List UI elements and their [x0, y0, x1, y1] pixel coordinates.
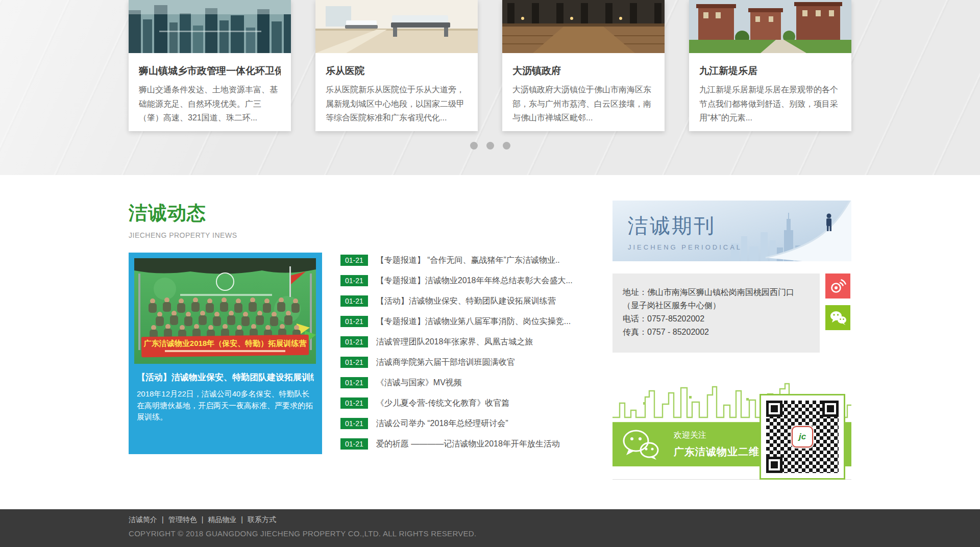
project-card-body: 大沥镇政府 大沥镇政府大沥镇位于佛山市南海区东部，东与广州市荔湾、白云区接壤，南… [502, 53, 665, 126]
wechat-qr-section: 欢迎关注 广东洁诚物业二维码 jc [612, 376, 851, 480]
footer-link-properties[interactable]: 精品物业 [208, 515, 236, 524]
photo-banner-text: 广东洁诚物业2018年（保安、特勤）拓展训练营 [143, 339, 307, 348]
news-item-title[interactable]: 《少儿夏令营-传统文化教育》收官篇 [376, 398, 509, 409]
news-list-item[interactable]: 01-21 洁诚商学院第六届干部培训班圆满收官 [340, 352, 596, 372]
project-card-image [129, 0, 291, 53]
news-item-title[interactable]: 【专题报道】 “合作无间、赢战猪年”广东洁诚物业.. [376, 255, 560, 266]
news-item-title[interactable]: 【专题报道】洁诚物业2018年年终总结表彰大会盛大... [376, 276, 573, 286]
contact-row: 地址：佛山市南海区狮山镇松岗南国桃园西门口 （显子岗社区服务中心侧） 电话：07… [612, 274, 851, 353]
news-date-badge: 01-21 [340, 336, 368, 347]
news-date-badge: 01-21 [340, 295, 368, 307]
news-list-item[interactable]: 01-21 爱的祈愿 ————记洁诚物业2018年开年放生活动 [340, 434, 596, 454]
contact-info-box: 地址：佛山市南海区狮山镇松岗南国桃园西门口 （显子岗社区服务中心侧） 电话：07… [612, 274, 820, 353]
wechat-button[interactable] [825, 305, 850, 330]
news-item-title[interactable]: 洁诚管理团队2018年张家界、凤凰古城之旅 [376, 337, 533, 347]
news-date-badge: 01-21 [340, 255, 368, 266]
news-item-title[interactable]: 洁诚商学院第六届干部培训班圆满收官 [376, 357, 515, 368]
footer-copyright: COPYRIGHT © 2018 GUANGDONG JIECHENG PROP… [129, 529, 851, 538]
featured-news-summary: 2018年12月22日，洁诚公司40多名保安、特勤队长在高明塘伙基地，开启两天一… [137, 388, 314, 423]
footer: 洁诚简介|管理特色|精品物业|联系方式 COPYRIGHT © 2018 GUA… [0, 509, 980, 547]
news-item-title[interactable]: 【活动】洁诚物业保安、特勤团队建设拓展训练营 [376, 296, 556, 307]
news-list-item[interactable]: 01-21 《少儿夏令营-传统文化教育》收官篇 [340, 393, 596, 413]
featured-news-photo: 广东洁诚物业2018年（保安、特勤）拓展训练营 [134, 258, 316, 364]
project-card-description: 九江新堤乐居新堤乐居在景观带的各个节点我们都将做到舒适、别致，项目采用“林”的元… [699, 83, 841, 126]
wechat-follow-line1: 欢迎关注 [674, 430, 770, 441]
contact-address-line2: （显子岗社区服务中心侧） [623, 299, 810, 312]
news-list-item[interactable]: 01-21 【专题报道】洁诚物业第八届军事消防、岗位实操竞... [340, 311, 596, 332]
project-cards: 狮山镇城乡市政管理一体化环卫保洁 狮山交通条件发达、土地资源丰富、基础能源充足、… [129, 0, 851, 131]
qr-finder-pattern [766, 401, 782, 417]
news-list-item[interactable]: 01-21 《洁诚与国家》MV视频 [340, 372, 596, 393]
footer-link-contact[interactable]: 联系方式 [248, 515, 276, 524]
project-card-body: 九江新堤乐居 九江新堤乐居新堤乐居在景观带的各个节点我们都将做到舒适、别致，项目… [689, 53, 851, 126]
project-card-title: 大沥镇政府 [512, 64, 654, 78]
weibo-icon [830, 278, 846, 294]
footer-link-management[interactable]: 管理特色 [168, 515, 197, 524]
news-date-badge: 01-21 [340, 438, 368, 450]
news-date-badge: 01-21 [340, 377, 368, 388]
news-list: 01-21 【专题报道】 “合作无间、赢战猪年”广东洁诚物业.. 01-21 【… [340, 250, 596, 454]
featured-news-card[interactable]: 广东洁诚物业2018年（保安、特勤）拓展训练营 【活动】洁诚物业保安、特勤团队建… [129, 253, 322, 454]
weibo-button[interactable] [825, 274, 850, 299]
periodical-title: 洁诚期刊 [628, 212, 742, 240]
footer-link-about[interactable]: 洁诚简介 [129, 515, 157, 524]
footer-inner: 洁诚简介|管理特色|精品物业|联系方式 COPYRIGHT © 2018 GUA… [129, 509, 851, 538]
qr-finder-pattern [766, 457, 782, 473]
footer-separator: | [157, 515, 168, 524]
news-list-item[interactable]: 01-21 【专题报道】 “合作无间、赢战猪年”广东洁诚物业.. [340, 250, 596, 270]
training-camp-group-photo: 广东洁诚物业2018年（保安、特勤）拓展训练营 [134, 258, 316, 364]
news-date-badge: 01-21 [340, 418, 368, 429]
project-carousel: 狮山镇城乡市政管理一体化环卫保洁 狮山交通条件发达、土地资源丰富、基础能源充足、… [0, 0, 980, 175]
news-list-item[interactable]: 01-21 【专题报道】洁诚物业2018年年终总结表彰大会盛大... [340, 270, 596, 291]
government-plaza-illustration [502, 0, 665, 53]
qr-code-box: jc [760, 394, 845, 480]
qr-finder-pattern [822, 401, 839, 417]
jiecheng-property-homepage: 狮山镇城乡市政管理一体化环卫保洁 狮山交通条件发达、土地资源丰富、基础能源充足、… [0, 0, 980, 547]
project-card-shishan[interactable]: 狮山镇城乡市政管理一体化环卫保洁 狮山交通条件发达、土地资源丰富、基础能源充足、… [129, 0, 291, 131]
residential-estate-illustration [689, 0, 851, 53]
hospital-interior-illustration [315, 0, 478, 53]
company-logo: jc [792, 426, 813, 447]
project-card-lecong-hospital[interactable]: 乐从医院 乐从医院新乐从医院位于乐从大道旁，属新规划城区中心地段，以国家二级甲等… [315, 0, 478, 131]
project-card-title: 乐从医院 [326, 64, 468, 78]
project-card-jiujiang-xindileju[interactable]: 九江新堤乐居 九江新堤乐居新堤乐居在景观带的各个节点我们都将做到舒适、别致，项目… [689, 0, 851, 131]
periodical-subtitle: JIECHENG PERIODICAL [628, 243, 742, 251]
footer-links: 洁诚简介|管理特色|精品物业|联系方式 [129, 515, 851, 525]
project-card-dali-government[interactable]: 大沥镇政府 大沥镇政府大沥镇位于佛山市南海区东部，东与广州市荔湾、白云区接壤，南… [502, 0, 665, 131]
wechat-follow-text: 欢迎关注 广东洁诚物业二维码 [674, 430, 770, 459]
news-list-item[interactable]: 01-21 【活动】洁诚物业保安、特勤团队建设拓展训练营 [340, 291, 596, 311]
project-card-image [689, 0, 851, 53]
news-date-badge: 01-21 [340, 397, 368, 409]
footer-separator: | [236, 515, 248, 524]
news-list-item[interactable]: 01-21 洁诚管理团队2018年张家界、凤凰古城之旅 [340, 332, 596, 352]
periodical-banner[interactable]: 洁诚期刊 JIECHENG PERIODICAL [612, 201, 851, 261]
carousel-dot-3[interactable] [503, 142, 510, 150]
news-item-title[interactable]: 洁诚公司举办 “2018年总经理研讨会” [376, 418, 508, 429]
carousel-dot-2[interactable] [486, 142, 494, 150]
news-container: 洁诚动态 JIECHENG PROPERTY INEWS [129, 201, 851, 509]
project-card-body: 狮山镇城乡市政管理一体化环卫保洁 狮山交通条件发达、土地资源丰富、基础能源充足、… [129, 53, 291, 126]
project-card-title: 狮山镇城乡市政管理一体化环卫保洁 [139, 64, 281, 78]
wechat-follow-line2: 广东洁诚物业二维码 [674, 445, 770, 459]
featured-news-text: 【活动】洁诚物业保安、特勤团队建设拓展训练营 2018年12月22日，洁诚公司4… [129, 369, 322, 432]
footer-separator: | [197, 515, 208, 524]
contact-phone: 电话：0757-85202002 [623, 312, 810, 326]
news-item-title[interactable]: 爱的祈愿 ————记洁诚物业2018年开年放生活动 [376, 439, 560, 450]
carousel-dot-1[interactable] [470, 142, 478, 150]
wechat-outline-icon [622, 429, 660, 460]
news-date-badge: 01-21 [340, 316, 368, 327]
wechat-icon [829, 310, 847, 326]
project-card-description: 大沥镇政府大沥镇位于佛山市南海区东部，东与广州市荔湾、白云区接壤，南与佛山市禅城… [512, 83, 654, 126]
project-card-title: 九江新堤乐居 [699, 64, 841, 78]
project-card-image [315, 0, 478, 53]
news-list-item[interactable]: 01-21 洁诚公司举办 “2018年总经理研讨会” [340, 413, 596, 434]
news-section: 洁诚动态 JIECHENG PROPERTY INEWS [0, 175, 980, 509]
news-item-title[interactable]: 【专题报道】洁诚物业第八届军事消防、岗位实操竞... [376, 316, 571, 327]
featured-news-title: 【活动】洁诚物业保安、特勤团队建设拓展训练营 [137, 371, 314, 383]
project-card-description: 狮山交通条件发达、土地资源丰富、基础能源充足、自然环境优美。广三（肇）高速、32… [139, 83, 281, 126]
social-links [825, 274, 850, 353]
news-item-title[interactable]: 《洁诚与国家》MV视频 [376, 378, 462, 388]
periodical-banner-text: 洁诚期刊 JIECHENG PERIODICAL [628, 212, 742, 251]
news-date-badge: 01-21 [340, 275, 368, 286]
project-card-description: 乐从医院新乐从医院位于乐从大道旁，属新规划城区中心地段，以国家二级甲等综合医院标… [326, 83, 468, 126]
